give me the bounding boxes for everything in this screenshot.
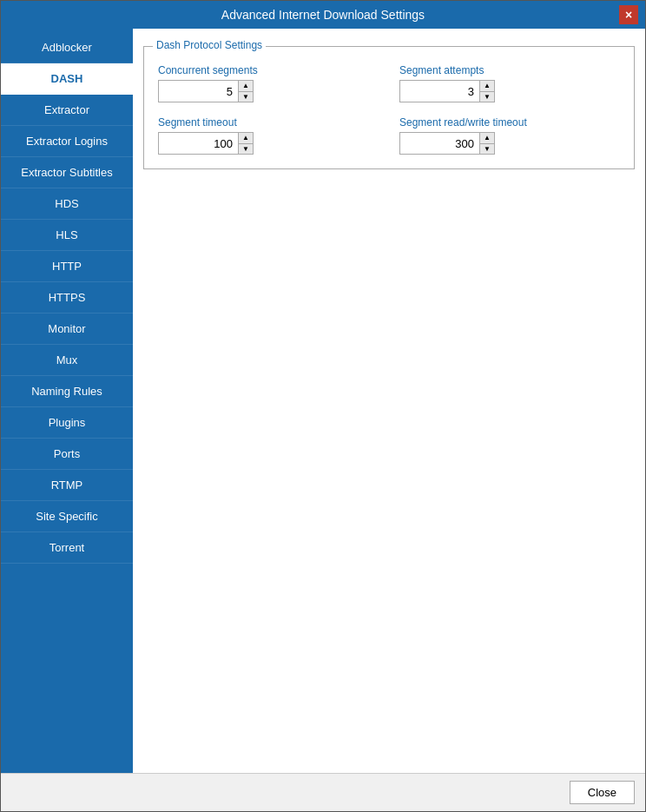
fields-grid: Concurrent segments ▲ ▼ Segment attempts (158, 64, 620, 155)
title-bar: Advanced Internet Download Settings × (1, 1, 645, 29)
sidebar-item-https[interactable]: HTTPS (1, 282, 133, 314)
segment-attempts-spinner[interactable]: ▲ ▼ (399, 80, 495, 102)
segment-attempts-up-button[interactable]: ▲ (480, 81, 494, 91)
concurrent-segments-up-button[interactable]: ▲ (239, 81, 253, 91)
sidebar-item-extractor-logins[interactable]: Extractor Logins (1, 126, 133, 157)
segment-timeout-label: Segment timeout (158, 116, 379, 129)
segment-timeout-spinner[interactable]: ▲ ▼ (158, 132, 254, 155)
dialog-footer: Close (1, 773, 645, 811)
sidebar-item-torrent[interactable]: Torrent (1, 532, 133, 564)
concurrent-segments-spinner[interactable]: ▲ ▼ (158, 80, 254, 102)
sidebar-item-extractor[interactable]: Extractor (1, 95, 133, 126)
dialog: Advanced Internet Download Settings × Ad… (0, 0, 646, 812)
sidebar-item-http[interactable]: HTTP (1, 251, 133, 282)
segment-rw-timeout-up-button[interactable]: ▲ (480, 133, 494, 143)
content-area: Dash Protocol Settings Concurrent segmen… (133, 29, 645, 773)
segment-timeout-up-button[interactable]: ▲ (239, 133, 253, 143)
segment-rw-timeout-down-button[interactable]: ▼ (480, 143, 494, 154)
sidebar-item-site-specific[interactable]: Site Specific (1, 501, 133, 532)
segment-timeout-input[interactable] (159, 133, 238, 154)
close-button[interactable]: Close (570, 781, 635, 804)
segment-rw-timeout-spinner-buttons: ▲ ▼ (479, 133, 494, 154)
dash-protocol-group: Dash Protocol Settings Concurrent segmen… (143, 46, 635, 169)
segment-rw-timeout-label: Segment read/write timeout (399, 116, 620, 129)
sidebar-item-plugins[interactable]: Plugins (1, 407, 133, 439)
concurrent-segments-field: Concurrent segments ▲ ▼ (158, 64, 379, 102)
segment-timeout-spinner-buttons: ▲ ▼ (238, 133, 253, 154)
sidebar-item-monitor[interactable]: Monitor (1, 314, 133, 345)
segment-attempts-label: Segment attempts (399, 64, 620, 76)
sidebar: AdblockerDASHExtractorExtractor LoginsEx… (1, 29, 133, 773)
segment-rw-timeout-field: Segment read/write timeout ▲ ▼ (399, 116, 620, 155)
segment-attempts-spinner-buttons: ▲ ▼ (479, 81, 494, 102)
segment-rw-timeout-input[interactable] (400, 133, 479, 154)
concurrent-segments-input[interactable] (159, 81, 238, 102)
main-content: AdblockerDASHExtractorExtractor LoginsEx… (1, 29, 645, 773)
sidebar-item-adblocker[interactable]: Adblocker (1, 32, 133, 63)
sidebar-item-naming-rules[interactable]: Naming Rules (1, 376, 133, 407)
sidebar-item-hls[interactable]: HLS (1, 220, 133, 251)
sidebar-item-mux[interactable]: Mux (1, 345, 133, 376)
group-title: Dash Protocol Settings (153, 39, 266, 51)
concurrent-segments-label: Concurrent segments (158, 64, 379, 76)
segment-rw-timeout-spinner[interactable]: ▲ ▼ (399, 132, 495, 155)
segment-attempts-field: Segment attempts ▲ ▼ (399, 64, 620, 102)
sidebar-item-rtmp[interactable]: RTMP (1, 470, 133, 501)
dialog-title: Advanced Internet Download Settings (221, 8, 425, 22)
sidebar-item-ports[interactable]: Ports (1, 439, 133, 470)
concurrent-segments-spinner-buttons: ▲ ▼ (238, 81, 253, 102)
sidebar-item-hds[interactable]: HDS (1, 188, 133, 220)
segment-attempts-down-button[interactable]: ▼ (480, 91, 494, 102)
sidebar-item-dash[interactable]: DASH (1, 63, 133, 95)
segment-timeout-down-button[interactable]: ▼ (239, 143, 253, 154)
title-close-button[interactable]: × (619, 5, 638, 24)
concurrent-segments-down-button[interactable]: ▼ (239, 91, 253, 102)
segment-timeout-field: Segment timeout ▲ ▼ (158, 116, 379, 155)
sidebar-item-extractor-subtitles[interactable]: Extractor Subtitles (1, 157, 133, 188)
segment-attempts-input[interactable] (400, 81, 479, 102)
